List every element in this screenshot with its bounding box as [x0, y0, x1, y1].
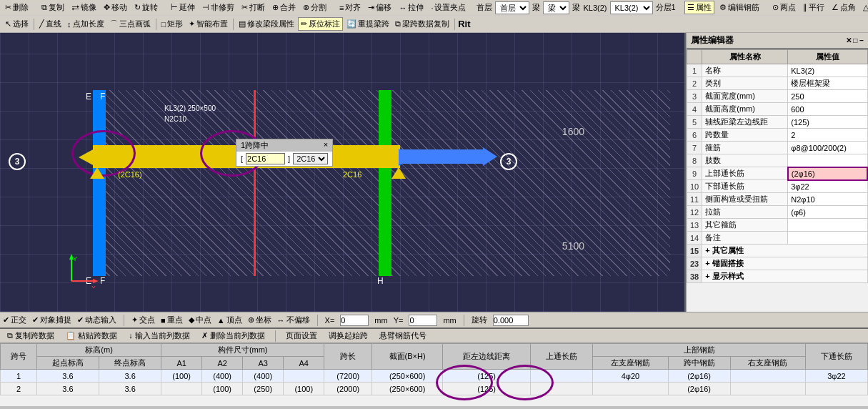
dt-swapspan[interactable]: 调换起始跨 — [326, 330, 371, 342]
toolbar-btn-parallel[interactable]: ∥ 平行 — [801, 1, 827, 14]
td-end-h[interactable]: 3.6 — [99, 383, 161, 395]
td-a2[interactable]: (400) — [202, 370, 243, 383]
status-midpoint[interactable]: ◆ 中点 — [189, 315, 211, 325]
td-section[interactable]: (250×600) — [372, 370, 443, 383]
toolbar-btn-angle[interactable]: ∠ 点角 — [829, 1, 858, 14]
td-toplong[interactable] — [531, 383, 593, 395]
td-a1[interactable] — [161, 383, 202, 395]
toolbar-btn-setpoint[interactable]: · 设置夹点 — [429, 1, 468, 14]
dt-cantilever[interactable]: 悬臂钢筋代号 — [376, 330, 429, 342]
popup-value-input[interactable] — [246, 153, 285, 164]
td-left-support[interactable] — [593, 383, 668, 395]
dt-input[interactable]: ↓ 输入当前列数据 — [126, 330, 193, 342]
td-mid-rebar[interactable]: (2φ16) — [668, 370, 730, 383]
component-select[interactable]: 梁 — [543, 1, 569, 14]
table-row[interactable]: 1 3.6 3.6 (100) (400) (400) (7200) (250×… — [1, 370, 868, 383]
td-a1[interactable]: (100) — [161, 370, 202, 383]
prop-value[interactable] — [788, 154, 867, 167]
prop-value[interactable]: 楼层框架梁 — [788, 77, 867, 90]
toolbar-btn-mirror[interactable]: ⮂ 镜像 — [69, 1, 99, 14]
toolbar-btn-copy[interactable]: ⧉ 复制 — [39, 1, 66, 14]
toolbar-btn-property[interactable]: ☰ 属性 — [684, 1, 714, 14]
panel-controls[interactable]: ✕ □ − — [846, 36, 864, 44]
td-start-h[interactable]: 3.6 — [36, 370, 99, 383]
span-drop-popup[interactable]: 1跨降中 × [ ] 2C16 — [236, 139, 333, 167]
prop-value[interactable]: 600 — [788, 103, 867, 116]
rotate-input[interactable] — [493, 315, 529, 326]
dt-pageset[interactable]: 页面设置 — [283, 330, 320, 342]
toolbar-btn-smartplace[interactable]: ✦ 智能布置 — [186, 18, 230, 30]
status-endpoint[interactable]: ■ 重点 — [161, 315, 183, 325]
toolbar-btn-break[interactable]: ✂ 打断 — [239, 1, 267, 14]
toolbar-btn-inplace[interactable]: ✏ 原位标注 — [298, 17, 343, 31]
toolbar-btn-rect[interactable]: □ 矩形 — [159, 18, 186, 30]
prop-value[interactable]: 2 — [788, 129, 867, 142]
layer-select[interactable]: 首层 — [495, 1, 529, 14]
status-snap[interactable]: ✔ 对象捕捉 — [32, 315, 71, 325]
td-right-support[interactable] — [730, 383, 805, 395]
td-left-support[interactable]: 4φ20 — [593, 370, 668, 383]
toolbar-btn-spancopy[interactable]: ⧉ 梁跨数据复制 — [393, 18, 452, 30]
toolbar-btn-rotate[interactable]: ↻ 旋转 — [132, 1, 160, 14]
prop-value[interactable]: 250 — [788, 90, 867, 103]
toolbar-btn-reretrieve[interactable]: 🔄 重提梁跨 — [344, 18, 391, 30]
table-row[interactable]: 2 3.6 3.6 (100) (250) (100) (2000) (250×… — [1, 383, 868, 395]
status-coord[interactable]: ⊕ 坐标 — [248, 315, 271, 325]
td-section[interactable]: (250×600) — [372, 383, 443, 395]
prop-value[interactable]: N2φ10 — [788, 193, 867, 206]
td-a3[interactable]: (250) — [243, 383, 284, 395]
td-mid-rebar[interactable]: (2φ16) — [668, 383, 730, 395]
toolbar-btn-extend[interactable]: ⊢ 延伸 — [169, 1, 197, 14]
td-a4[interactable]: (100) — [284, 383, 324, 395]
prop-value[interactable]: 3φ22 — [788, 180, 867, 193]
td-a2[interactable]: (100) — [202, 383, 243, 395]
prop-value[interactable]: (125) — [788, 116, 867, 129]
prop-value[interactable]: KL3(2) — [788, 64, 867, 77]
dt-copy[interactable]: ⧉ 复制跨数据 — [4, 330, 57, 342]
td-toplong[interactable] — [531, 370, 593, 383]
toolbar-btn-select[interactable]: ↖ 选择 — [3, 18, 31, 30]
td-start-h[interactable]: 3.6 — [36, 383, 99, 395]
td-bottom[interactable] — [805, 383, 867, 395]
name-select[interactable]: KL3(2) — [610, 1, 653, 14]
prop-value[interactable]: (φ6) — [788, 206, 867, 219]
dt-delete[interactable]: ✗ 删除当前列数据 — [199, 330, 268, 342]
td-bottom[interactable]: 3φ22 — [805, 370, 867, 383]
dt-paste[interactable]: 📋 粘贴跨数据 — [63, 330, 120, 342]
toolbar-btn-stretch[interactable]: ↔ 拉伸 — [396, 1, 426, 14]
toolbar-btn-move[interactable]: ✥ 移动 — [101, 1, 129, 14]
td-a4[interactable] — [284, 370, 324, 383]
toolbar-btn-edit-rebar[interactable]: ⚙ 编辑钢筋 — [717, 1, 762, 14]
status-nooffset[interactable]: ↔ 不偏移 — [277, 315, 310, 325]
status-dynin[interactable]: ✔ 动态输入 — [77, 315, 116, 325]
y-input[interactable] — [409, 315, 437, 326]
td-leftdist[interactable]: (125) — [442, 370, 530, 383]
prop-value[interactable] — [788, 232, 867, 245]
toolbar-btn-addlength[interactable]: ↕ 点加长度 — [65, 18, 106, 30]
toolbar-btn-offset[interactable]: ⇥ 偏移 — [366, 1, 394, 14]
prop-value[interactable]: (2φ16) — [788, 167, 867, 180]
status-ortho[interactable]: ✔ 正交 — [3, 315, 26, 325]
popup-dropdown[interactable]: 2C16 — [293, 153, 328, 164]
toolbar-btn-twopoint[interactable]: ⊙ 两点 — [770, 1, 798, 14]
x-input[interactable] — [340, 315, 369, 326]
toolbar-btn-editspan[interactable]: ▤ 修改梁段属性 — [236, 18, 296, 30]
popup-close-btn[interactable]: × — [324, 140, 328, 151]
toolbar-btn-align[interactable]: ≡ 对齐 — [337, 1, 363, 14]
prop-value[interactable]: φ8@100/200(2) — [788, 142, 867, 154]
toolbar-btn-threeaxis[interactable]: △ 三点辅轴 — [861, 1, 868, 14]
td-spanlen[interactable]: (7200) — [324, 370, 372, 383]
td-a3[interactable]: (400) — [243, 370, 284, 383]
prop-value[interactable] — [788, 219, 867, 232]
toolbar-btn-arc[interactable]: ⌒ 三点画弧 — [108, 18, 153, 30]
toolbar-btn-merge[interactable]: ⊕ 合并 — [270, 1, 298, 14]
td-leftdist[interactable]: (125) — [442, 383, 530, 395]
status-intersect[interactable]: ✦ 交点 — [131, 315, 155, 325]
toolbar-btn-line[interactable]: ╱ 直线 — [37, 18, 64, 30]
td-spanlen[interactable]: (2000) — [324, 383, 372, 395]
toolbar-btn-trim[interactable]: ⊣ 非修剪 — [200, 1, 236, 14]
data-table-wrapper[interactable]: 跨号 标高(m) 构件尺寸(mm) 跨长 截面(B×H) 距左边线距离 上通长筋… — [0, 343, 868, 406]
toolbar-btn-delete[interactable]: ✂ 删除 — [3, 1, 31, 14]
toolbar-btn-split[interactable]: ⊗ 分割 — [301, 1, 329, 14]
status-vertex[interactable]: ▲ 顶点 — [217, 315, 242, 325]
